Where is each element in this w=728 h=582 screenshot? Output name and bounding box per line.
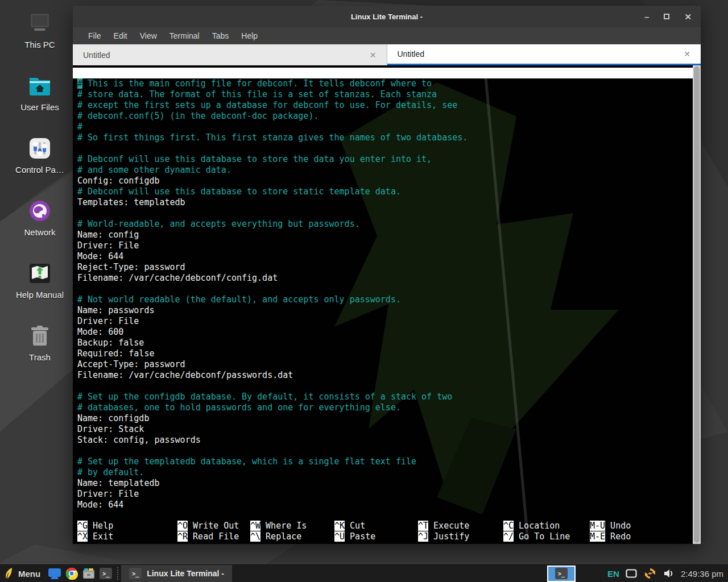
maximize-button[interactable]: [664, 14, 669, 19]
chrome-icon: [65, 567, 78, 580]
network-globe-icon: [27, 199, 53, 223]
shortcut-key: ^G: [77, 521, 88, 531]
nano-shortcut: ^G Help: [77, 521, 177, 531]
desktop-icon-label: Control Pa…: [15, 165, 64, 174]
shortcut-key: ^K: [334, 521, 345, 531]
window-title: Linux Lite Terminal -: [351, 13, 423, 21]
updates-icon[interactable]: [643, 567, 657, 580]
menu-edit[interactable]: Edit: [107, 29, 134, 43]
terminal-line: # by default.: [77, 467, 688, 478]
nano-shortcut: ^/ Go To Line: [503, 531, 590, 542]
shortcut-key: ^T: [418, 521, 428, 531]
terminal-line: Name: passwords: [77, 305, 688, 316]
terminal-line: # So first things first. This first stan…: [77, 132, 688, 143]
terminal-window: Linux Lite Terminal - – ✕ File Edit View…: [73, 6, 701, 544]
keyboard-layout-indicator[interactable]: EN: [607, 569, 619, 579]
shortcut-row: ^G Help^O Write Out^W Where Is^K Cut^T E…: [77, 521, 688, 531]
terminal-line: Backup: false: [77, 338, 688, 348]
terminal-line: Filename: /var/cache/debconf/config.dat: [77, 273, 688, 284]
shortcut-key: ^O: [177, 521, 188, 531]
desktop-icon-help-manual[interactable]: Help Manual: [0, 258, 80, 321]
terminal-icon: >_: [555, 568, 568, 579]
shortcut-key: ^W: [250, 521, 260, 531]
nano-shortcut: ^T Execute: [418, 521, 503, 531]
terminal-line: [77, 381, 688, 392]
tab-close-icon[interactable]: ✕: [684, 49, 690, 59]
desktop-icon-this-pc[interactable]: This PC: [0, 8, 80, 70]
terminal-line: Driver: File: [77, 240, 688, 251]
nano-shortcut: ^\ Replace: [250, 531, 334, 542]
display-icon[interactable]: [626, 569, 637, 578]
terminal-line: Filename: /var/cache/debconf/passwords.d…: [77, 370, 688, 381]
trash-icon: [27, 324, 53, 348]
menu-tabs[interactable]: Tabs: [206, 29, 235, 43]
menu-view[interactable]: View: [134, 29, 163, 43]
shortcut-row: ^X Exit^R Read File^\ Replace^U Paste^J …: [77, 531, 688, 542]
desktop-icon-label: User Files: [20, 102, 59, 112]
terminal-line: Mode: 600: [77, 327, 688, 338]
terminal-icon: >_: [129, 568, 142, 579]
terminal-line: Driver: Stack: [77, 424, 688, 435]
launcher-terminal[interactable]: >_: [97, 565, 114, 582]
nano-shortcut: ^O Write Out: [177, 521, 250, 531]
terminal-line: Required: false: [77, 348, 688, 359]
taskbar-window-button[interactable]: >_ Linux Lite Terminal -: [121, 565, 232, 582]
terminal-line: Mode: 644: [77, 500, 688, 510]
desktop-icon-control-panel[interactable]: Control Pa…: [0, 133, 80, 196]
help-manual-icon: [27, 261, 53, 285]
terminal-line: # Set up the configdb database. By defau…: [77, 392, 688, 402]
linux-lite-feather-icon: [5, 567, 14, 580]
tab-untitled-2[interactable]: Untitled ✕: [387, 44, 701, 65]
taskbar-clock[interactable]: 2:49:36 pm: [681, 569, 723, 579]
launcher-file-manager[interactable]: [80, 565, 97, 582]
focused-app-indicator[interactable]: >_: [547, 566, 576, 582]
launcher-browser[interactable]: [63, 565, 80, 582]
minimize-button[interactable]: –: [644, 13, 649, 21]
menu-file[interactable]: File: [82, 29, 107, 43]
nano-header-bar: GNU nano 7.2 /etc/debconf.conf: [73, 68, 693, 78]
shortcut-key: M-E: [590, 531, 605, 542]
desktop-icon-user-files[interactable]: User Files: [0, 70, 80, 133]
shortcut-key: ^U: [334, 531, 345, 542]
terminal-scrollbar[interactable]: [693, 65, 701, 544]
terminal-line: Driver: File: [77, 316, 688, 327]
terminal-content[interactable]: GNU nano 7.2 /etc/debconf.conf # This is…: [73, 65, 701, 544]
menu-help[interactable]: Help: [235, 29, 264, 43]
desktop-icon-trash[interactable]: Trash: [0, 321, 80, 383]
terminal-line: Reject-Type: password: [77, 262, 688, 273]
tab-bar: Untitled ✕ Untitled ✕: [73, 44, 701, 65]
taskbar-window-title: Linux Lite Terminal -: [147, 569, 224, 578]
shortcut-key: ^/: [503, 531, 514, 542]
window-titlebar[interactable]: Linux Lite Terminal - – ✕: [73, 6, 701, 27]
terminal-line: # Not world readable (the default), and …: [77, 294, 688, 305]
folder-home-icon: [27, 74, 53, 98]
nano-shortcut: ^W Where Is: [250, 521, 334, 531]
terminal-line: [77, 446, 688, 456]
terminal-line: Driver: File: [77, 489, 688, 500]
nano-shortcut: M-E Redo: [590, 531, 688, 542]
terminal-line: Stack: config, passwords: [77, 435, 688, 446]
nano-shortcut-bar: ^G Help^O Write Out^W Where Is^K Cut^T E…: [77, 521, 688, 542]
nano-shortcut: ^U Paste: [334, 531, 418, 542]
terminal-line: Mode: 644: [77, 251, 688, 262]
shortcut-key: ^\: [250, 531, 260, 542]
system-tray: EN 2:49:36 pm: [607, 567, 728, 580]
terminal-line: Accept-Type: password: [77, 359, 688, 370]
tab-untitled-1[interactable]: Untitled ✕: [73, 44, 387, 65]
terminal-line: Name: configdb: [77, 413, 688, 424]
desktop-icon-label: Network: [24, 227, 55, 237]
launcher-desktop[interactable]: [46, 565, 63, 582]
menu-terminal[interactable]: Terminal: [163, 29, 206, 43]
nano-shortcut: ^C Location: [503, 521, 590, 531]
start-menu-button[interactable]: Menu: [0, 565, 46, 582]
close-button[interactable]: ✕: [684, 13, 692, 21]
shortcut-key: ^X: [77, 531, 88, 542]
desktop-icon-label: This PC: [24, 40, 55, 49]
terminal-line: Name: templatedb: [77, 478, 688, 489]
scrollbar-thumb[interactable]: [694, 66, 700, 543]
tab-close-icon[interactable]: ✕: [370, 51, 377, 60]
desktop-icon-network[interactable]: Network: [0, 196, 80, 258]
volume-icon[interactable]: [663, 568, 675, 579]
desktop-icon-label: Trash: [29, 352, 51, 362]
terminal-line: # debconf.conf(5) (in the debconf-doc pa…: [77, 111, 688, 122]
